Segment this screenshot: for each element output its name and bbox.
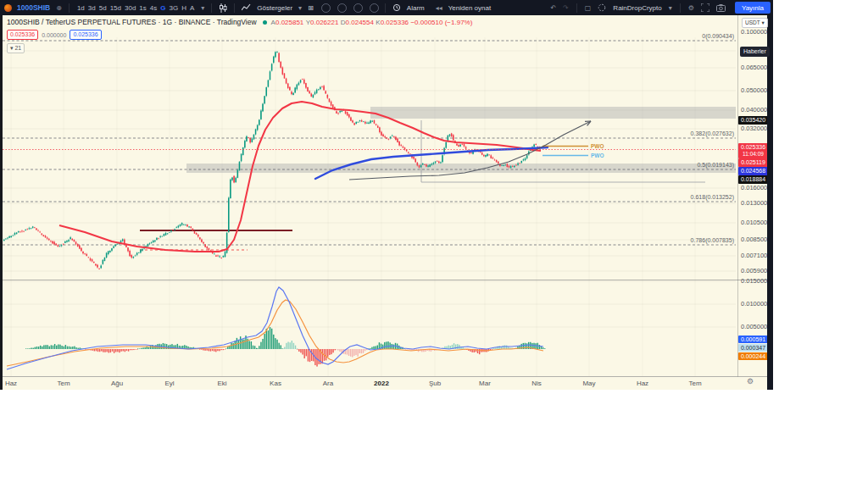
study-value-plain: 0.000000 — [42, 32, 66, 38]
symbol-title: 1000SHIB / TetherUS PERPETUAL FUTURES · … — [7, 18, 257, 26]
timeframe-buttons: 1d3d5d15d30d1s4sG3GHA — [75, 4, 196, 12]
redo-icon[interactable]: ↷ — [562, 4, 570, 12]
indicator-templates-chevron-icon[interactable]: ▾ — [298, 4, 303, 12]
red-moving-average — [59, 102, 541, 252]
collapsed-drawing-toolbar[interactable] — [0, 15, 3, 390]
toolbar-separator — [69, 3, 70, 13]
open-value: 0.025851 — [275, 19, 303, 26]
toolbar-separator — [234, 3, 235, 13]
change-value: −0.000510 (−1.97%) — [410, 19, 472, 26]
study-value-badge[interactable]: 0.025336 — [7, 30, 38, 40]
timeframe-button-g[interactable]: G — [159, 4, 167, 12]
currency-label: USDT — [745, 19, 760, 25]
blue-curve-drawing — [315, 147, 548, 179]
toolbar-circle-icon-2[interactable] — [337, 3, 347, 13]
top-toolbar: 1000SHIB ⊕ 1d3d5d15d30d1s4sG3GHA ▾ Göste… — [0, 0, 773, 15]
fib-retracement-lines — [3, 41, 736, 245]
timeframe-chevron-icon[interactable]: ▾ — [200, 4, 205, 12]
toolbar-left-group: 1000SHIB ⊕ 1d3d5d15d30d1s4sG3GHA ▾ Göste… — [0, 0, 492, 15]
timeframe-button-3g[interactable]: 3G — [168, 4, 181, 12]
toolbar-circle-icon-4[interactable] — [370, 3, 379, 13]
layout-select-icon[interactable]: ▢ — [584, 4, 593, 12]
settings-gear-icon[interactable]: ⚙ — [687, 4, 695, 12]
publish-button[interactable]: Yayınla — [735, 2, 771, 14]
screenshot-camera-icon[interactable] — [715, 4, 726, 12]
close-value: 0.025336 — [381, 19, 409, 26]
toolbar-separator — [680, 3, 681, 13]
timeframe-button-15d[interactable]: 15d — [108, 4, 123, 12]
timeframe-button-h[interactable]: H — [180, 4, 188, 12]
market-open-dot-icon — [263, 20, 267, 25]
object-tree-chip[interactable]: ▾ 21 — [7, 43, 25, 53]
symbol-search-button[interactable]: 1000SHIB — [16, 3, 51, 12]
toolbar-circle-icon-3[interactable] — [353, 3, 363, 13]
symbol-legend[interactable]: 1000SHIB / TetherUS PERPETUAL FUTURES · … — [7, 18, 472, 26]
low-value: 0.024554 — [346, 19, 374, 26]
timeframe-button-1d[interactable]: 1d — [75, 4, 86, 12]
account-status-icon — [597, 3, 607, 12]
compare-add-icon[interactable]: ⊕ — [55, 4, 63, 12]
study-values-row: 0.025336 0.000000 0.025336 — [7, 30, 102, 40]
timeframe-button-a[interactable]: A — [188, 4, 196, 12]
ray-drawings — [542, 147, 588, 156]
account-chevron-icon[interactable]: ▾ — [668, 4, 673, 12]
timeframe-button-5d[interactable]: 5d — [97, 4, 108, 12]
highlight-zones — [186, 107, 736, 173]
timeframe-button-30d[interactable]: 30d — [123, 4, 137, 12]
right-widget-sidebar[interactable] — [767, 15, 773, 390]
tradingview-window: 0(0.090434)0.382(0.027632)0.5(0.019143)0… — [0, 0, 868, 488]
fullscreen-icon[interactable] — [700, 3, 710, 12]
indicators-button[interactable]: Göstergeler — [256, 4, 293, 12]
account-menu-button[interactable]: RainDropCrypto — [612, 4, 662, 12]
replay-button[interactable]: Yeniden oynat — [448, 4, 492, 12]
alarm-clock-icon — [392, 3, 402, 12]
toolbar-circle-icon-1[interactable] — [321, 3, 331, 13]
study-value-badge[interactable]: 0.025336 — [70, 30, 101, 40]
pane-dividers — [0, 15, 767, 377]
news-tooltip: Haberler — [740, 47, 770, 57]
toolbar-separator — [211, 3, 212, 13]
timeframe-button-3d[interactable]: 3d — [86, 4, 97, 12]
timeframe-button-1s[interactable]: 1s — [137, 4, 147, 12]
toolbar-right-group: ↶ ↷ ▢ RainDropCrypto ▾ ⚙ Yayınla — [549, 0, 773, 15]
gridlines — [3, 37, 736, 376]
toolbar-separator — [385, 3, 386, 13]
undo-icon[interactable]: ↶ — [549, 4, 557, 12]
timeframe-button-4s[interactable]: 4s — [148, 4, 159, 12]
currency-unit-button[interactable]: USDT ▾ — [742, 18, 768, 28]
alarm-button[interactable]: Alarm — [406, 4, 426, 12]
object-count: 21 — [14, 45, 21, 51]
candle-style-icon[interactable] — [218, 3, 228, 13]
grid-layout-icon[interactable]: ⊞ — [307, 4, 314, 12]
high-value: 0.026221 — [310, 19, 338, 26]
time-axis-gear-icon[interactable]: ⚙ — [747, 377, 754, 385]
chart-canvas[interactable] — [0, 0, 773, 390]
indicators-icon — [241, 3, 252, 12]
symbol-logo-icon — [4, 4, 12, 12]
replay-icon: ◂◂ — [435, 4, 443, 12]
toolbar-separator — [576, 3, 577, 13]
candles — [3, 51, 540, 269]
